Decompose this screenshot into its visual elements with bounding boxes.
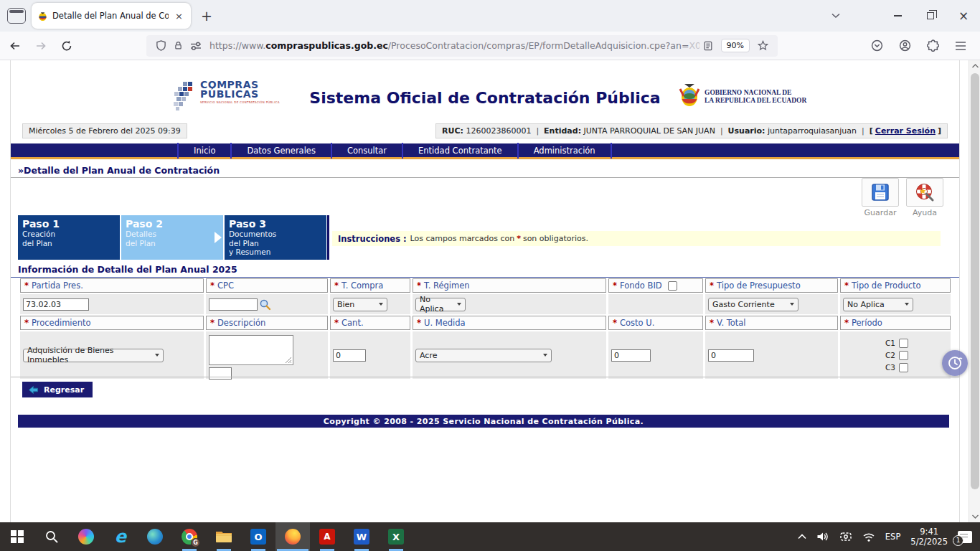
tab-close-icon[interactable]: × [173,11,185,22]
cant-input[interactable] [333,349,366,362]
start-button-icon[interactable] [0,522,34,551]
header-cant: *Cant. [330,316,410,330]
date-display: Miércoles 5 de Febrero del 2025 09:39 [22,123,187,138]
periodo-c3-checkbox[interactable] [899,363,908,372]
help-lifebuoy-icon [914,182,936,203]
taskbar-firefox-icon[interactable] [275,522,310,551]
extensions-puzzle-icon[interactable] [927,39,939,52]
nav-item-datos-generales[interactable]: Datos Generales [232,143,331,159]
page-viewport: COMPRAS PÚBLICAS SERVICIO NACIONAL DE CO… [0,60,969,522]
zoom-level-chip[interactable]: 90% [721,39,750,52]
form-bottom-divider [11,377,959,377]
permissions-icon[interactable] [190,41,202,51]
u-medida-select[interactable]: Acre [415,349,552,362]
save-button[interactable]: Guardar [860,178,900,217]
periodo-c2-checkbox[interactable] [899,351,908,360]
help-button[interactable]: Ayuda [905,178,945,217]
ecuador-coat-of-arms-icon [679,83,700,110]
tipo-producto-select[interactable]: No Aplica [843,298,913,311]
scrollbar-thumb[interactable] [971,73,979,489]
tray-cast-icon[interactable] [834,522,857,551]
reload-icon[interactable] [56,35,77,57]
taskbar-internet-explorer-icon[interactable]: e [103,522,138,551]
taskbar-search-icon[interactable] [34,522,69,551]
new-tab-button[interactable]: + [201,8,212,24]
taskbar-file-explorer-icon[interactable] [207,522,241,551]
header-procedimiento: *Procedimiento [20,316,204,330]
partida-input[interactable] [23,298,89,311]
taskbar-chrome-icon[interactable]: G [172,522,207,551]
page-title: Sistema Oficial de Contratación Pública [11,89,959,107]
logout-link[interactable]: Cerrar Sesión [875,126,936,136]
steps-divider [327,215,329,260]
tray-notifications-icon[interactable]: 1 [953,522,977,551]
costo-u-input[interactable] [611,349,651,362]
taskbar-copilot-icon[interactable] [69,522,103,551]
tray-wifi-icon[interactable] [857,522,880,551]
periodo-c1-checkbox[interactable] [899,339,908,348]
account-icon[interactable] [899,39,911,52]
restore-button[interactable] [914,1,947,30]
back-button[interactable]: Regresar [22,382,93,397]
nav-item-consultar[interactable]: Consultar [332,143,403,159]
cpc-input[interactable] [209,298,258,311]
tracking-shield-icon[interactable] [156,40,166,51]
entidad-value: JUNTA PARROQUIAL DE SAN JUAN [584,126,715,136]
back-button-browser[interactable] [4,35,26,57]
taskbar-outlook-icon[interactable]: O [241,522,275,551]
vertical-scrollbar[interactable] [969,60,980,522]
entidad-label: Entidad: [544,126,581,136]
scroll-down-icon[interactable] [969,511,980,522]
taskbar-edge-icon[interactable] [138,522,172,551]
forward-button-browser[interactable] [30,35,52,57]
nav-item-administracion[interactable]: Administración [519,143,612,159]
reader-view-icon[interactable] [703,41,713,51]
session-info: RUC: 1260023860001 | Entidad: JUNTA PARR… [435,123,948,138]
descripcion-aux-input[interactable] [209,367,232,380]
save-floppy-icon [870,182,890,202]
header-t-regimen: *T. Régimen [413,278,606,293]
resize-grip-icon[interactable] [285,357,292,364]
lock-icon[interactable] [174,40,183,51]
taskbar-word-icon[interactable]: W [344,522,379,551]
t-regimen-select[interactable]: No Aplica [415,298,466,311]
t-compra-select[interactable]: Bien [333,298,387,311]
url-text[interactable]: https://www.compraspublicas.gob.ec/Proce… [209,40,699,51]
minimize-button[interactable] [881,1,914,30]
tray-overflow-chevron-icon[interactable] [793,522,811,551]
screen-time-extension-icon[interactable] [942,350,968,376]
header-periodo: *Período [840,316,951,330]
nav-item-inicio[interactable]: Inicio [177,143,232,159]
step-3[interactable]: Paso 3 Documentos del Plan y Resumen [225,215,326,260]
v-total-input[interactable] [708,349,754,362]
tray-volume-icon[interactable] [811,522,834,551]
bookmark-star-icon[interactable] [758,40,768,51]
nav-item-entidad-contratante[interactable]: Entidad Contratante [403,143,519,159]
browser-toolbar: https://www.compraspublicas.gob.ec/Proce… [0,32,980,60]
taskbar-excel-icon[interactable]: X [379,522,413,551]
cpc-search-icon[interactable] [259,298,271,311]
scroll-up-icon[interactable] [969,60,980,72]
tipo-presupuesto-select[interactable]: Gasto Corriente [708,298,798,311]
periodo-c1-label: C1 [885,339,895,347]
browser-tab[interactable]: Detalle del Plan Anual de Contr × [32,3,191,29]
ruc-value: 1260023860001 [466,126,531,136]
periodo-c2-label: C2 [885,351,895,359]
step-2-active[interactable]: Paso 2 Detalles del Plan [121,215,223,260]
header-descripcion: *Descripción [206,316,328,330]
descripcion-textarea[interactable] [209,335,293,365]
menu-hamburger-icon[interactable] [955,41,966,51]
header-cpc: *CPC [206,278,328,293]
tray-language[interactable]: ESP [880,522,906,551]
url-bar[interactable]: https://www.compraspublicas.gob.ec/Proce… [146,35,778,57]
pocket-icon[interactable] [871,39,883,52]
step-1[interactable]: Paso 1 Creación del Plan [18,215,120,260]
fondo-bid-checkbox[interactable] [668,281,677,291]
taskbar-acrobat-icon[interactable]: A [310,522,344,551]
close-button[interactable]: × [947,1,980,30]
firefox-view-icon[interactable] [7,8,26,24]
procedimiento-select[interactable]: Adquisición de Bienes Inmuebles [23,349,164,362]
section-title: Información de Detalle del Plan Anual 20… [11,264,959,278]
tray-clock[interactable]: 9:41 5/2/2025 [905,522,953,551]
list-tabs-chevron-icon[interactable] [819,1,852,30]
